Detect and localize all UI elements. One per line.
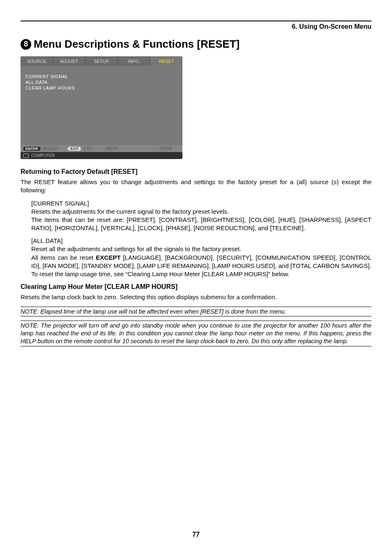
osd-menu-screenshot: SOURCE ADJUST SETUP INFO. RESET CURRENT … [21,56,182,159]
osd-legend-bar: ENTER:SELECT EXIT:EXIT ↕:MOVE ↔:MOVE [21,145,182,152]
cs-line1: Resets the adjustments for the current s… [31,208,229,215]
ad-line2a: All items can be reset [31,254,96,261]
section-title: 8 Menu Descriptions & Functions [RESET] [21,38,371,51]
note-1: NOTE: Elapsed time of the lamp use will … [21,307,371,317]
section-number-badge: 8 [21,39,31,50]
enter-label: :SELECT [42,146,59,151]
cs-text: Resets the adjustments for the current s… [31,208,371,233]
exit-label: :EXIT [82,146,92,151]
reset-intro: The RESET feature allows you to change a… [21,178,371,195]
osd-item-current-signal[interactable]: CURRENT SIGNAL [25,74,178,79]
ad-line1: Reset all the adjustments and settings f… [31,245,241,252]
leftright-label: :MOVE [159,146,173,151]
osd-tab-setup[interactable]: SETUP [85,56,118,66]
chapter-header: 6. Using On-Screen Menu [21,23,371,30]
osd-source-bar: COMPUTER [21,152,182,159]
osd-tab-adjust[interactable]: ADJUST [53,56,85,66]
ad-line3: To reset the lamp usage time, see “Clear… [31,270,289,277]
osd-source-name: COMPUTER [31,153,55,158]
header-rule [21,21,371,21]
leftright-icon: ↔ [154,146,158,151]
page-number: 77 [0,531,392,538]
screen-icon [23,154,29,158]
subhead-reset: Returning to Factory Default [RESET] [21,168,371,175]
subhead-clear-lamp: Clearing Lamp Hour Meter [CLEAR LAMP HOU… [21,283,371,291]
ad-heading: [ALL DATA] [31,237,371,244]
enter-badge: ENTER [23,147,41,151]
cs-heading: [CURRENT SIGNAL] [31,200,371,207]
exit-badge: EXIT [68,147,81,151]
ad-text: Reset all the adjustments and settings f… [31,245,371,278]
ad-except: EXCEPT [96,254,120,261]
updown-label: :MOVE [105,146,118,151]
updown-icon: ↕ [101,146,104,151]
osd-tab-reset[interactable]: RESET [150,56,182,66]
section-title-text: Menu Descriptions & Functions [RESET] [34,38,240,51]
osd-tab-info[interactable]: INFO. [118,56,150,66]
osd-item-all-data[interactable]: ALL DATA [25,79,178,85]
osd-tab-source[interactable]: SOURCE [21,56,53,66]
osd-tabs: SOURCE ADJUST SETUP INFO. RESET [21,56,182,66]
clear-lamp-text: Resets the lamp clock back to zero. Sele… [21,293,371,301]
osd-item-clear-lamp-hours[interactable]: CLEAR LAMP HOURS [25,85,178,91]
osd-body: CURRENT SIGNAL ALL DATA CLEAR LAMP HOURS [21,66,182,145]
note-2: NOTE: The projector will turn off and go… [21,321,371,346]
cs-line2: The items that can be reset are: [PRESET… [31,216,371,231]
